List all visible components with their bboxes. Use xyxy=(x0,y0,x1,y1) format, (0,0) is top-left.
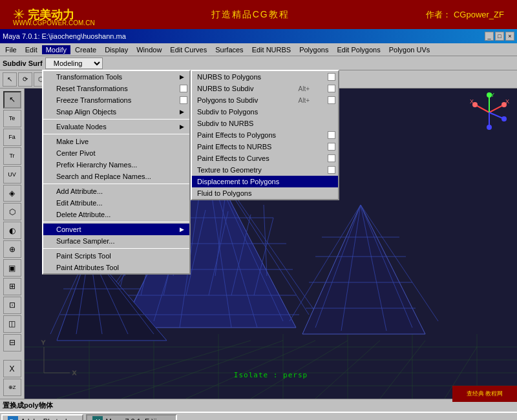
tool-s9[interactable]: ▣ xyxy=(3,259,21,277)
top-banner: ✳ 完美动力 WWW.CGPOWER.COM.CN 打造精品CG教程 作者： C… xyxy=(0,0,517,29)
svg-text:X: X xyxy=(505,98,509,105)
close-button[interactable]: × xyxy=(505,32,514,41)
modeling-dropdown[interactable]: Modeling Animation Rendering xyxy=(45,58,103,69)
menu-create[interactable]: Create xyxy=(71,45,100,54)
submenu-texture-geometry[interactable]: Texture to Geometry xyxy=(192,164,338,176)
menu-prefix-hierarchy[interactable]: Prefix Hierarchy Names... xyxy=(43,159,189,171)
taskbar: Ps Adobe Photoshop M Maya 7.0.1: E:\jiao… xyxy=(0,412,517,420)
submenu-nurbs-polygons[interactable]: NURBS to Polygons xyxy=(192,71,338,83)
menu-window[interactable]: Window xyxy=(132,45,165,54)
tool-s10[interactable]: ⊞ xyxy=(3,278,21,295)
title-bar-text: Maya 7.0.1: E:\jiaocheng\huoshann.ma xyxy=(3,32,126,40)
menu-polygons[interactable]: Polygons xyxy=(295,45,332,54)
tool-arrow[interactable]: ↖ xyxy=(3,91,21,109)
tool-s12[interactable]: ◫ xyxy=(3,315,21,333)
tool-s13[interactable]: ⊟ xyxy=(3,334,21,352)
menu-edit-curves[interactable]: Edit Curves xyxy=(166,45,211,54)
tool-bottom2[interactable]: ⊕Z xyxy=(3,379,21,396)
tool-s1[interactable]: Te xyxy=(3,110,21,127)
taskbar-photoshop-label: Adobe Photoshop xyxy=(21,417,77,420)
menu-edit[interactable]: Edit xyxy=(21,45,41,54)
maximize-button[interactable]: □ xyxy=(495,32,504,41)
tool-s7[interactable]: ◐ xyxy=(3,222,21,239)
menu-paint-scripts[interactable]: Paint Scripts Tool xyxy=(43,250,189,262)
status-text: 置换成poly物体 xyxy=(3,401,53,410)
submenu-polygons-subdiv[interactable]: Polygons to SubdivAlt+ xyxy=(192,94,338,106)
left-sidebar: ↖ Te Fa Tr UV ◈ ⬡ ◐ ⊕ ▣ ⊞ ⊡ ◫ ⊟ X ⊕Z xyxy=(0,89,25,399)
submenu-paintfx-polygons[interactable]: Paint Effects to Polygons xyxy=(192,129,338,141)
menu-paint-attributes[interactable]: Paint Attributes Tool xyxy=(43,262,189,273)
menu-delete-attribute[interactable]: Delete Attribute... xyxy=(43,209,189,220)
menu-bar: File Edit Modify Create Display Window E… xyxy=(0,43,517,56)
menu-polygon-uvs[interactable]: Polygon UVs xyxy=(385,45,434,54)
menu-snap-align[interactable]: Snap Align Objects▶ xyxy=(43,106,189,118)
divider5 xyxy=(43,248,189,249)
tool-s6[interactable]: ⬡ xyxy=(3,203,21,220)
submenu-subdiv-polygons[interactable]: Subdiv to Polygons xyxy=(192,106,338,118)
tool-bottom1[interactable]: X xyxy=(3,360,21,377)
svg-text:Y: Y xyxy=(41,339,45,346)
minimize-button[interactable]: _ xyxy=(485,32,494,41)
axis-indicator: X X Y xyxy=(469,92,511,134)
menu-edit-polygons[interactable]: Edit Polygons xyxy=(333,45,384,54)
menu-modify[interactable]: Modify xyxy=(42,45,70,54)
brand-watermark: 查经典 教程网 xyxy=(452,386,517,402)
tool-lasso[interactable]: ⟳ xyxy=(18,72,32,87)
menu-file[interactable]: File xyxy=(1,45,21,54)
tool-s11[interactable]: ⊡ xyxy=(3,297,21,314)
menu-make-live[interactable]: Make Live xyxy=(43,136,189,147)
taskbar-maya-label: Maya 7.0.1: E:\jiao... xyxy=(105,417,170,420)
modify-menu: Transformation Tools▶ Reset Transformati… xyxy=(42,70,191,275)
svg-point-80 xyxy=(501,116,507,121)
menu-center-pivot[interactable]: Center Pivot xyxy=(43,147,189,159)
tool-s3[interactable]: Tr xyxy=(3,147,21,165)
taskbar-maya[interactable]: M Maya 7.0.1: E:\jiao... xyxy=(86,414,176,420)
menu-freeze-transformations[interactable]: Freeze Transformations xyxy=(43,94,189,106)
submenu-fluid-polygons[interactable]: Fluid to Polygons xyxy=(192,187,338,199)
submenu-displacement-polygons[interactable]: Displacement to Polygons xyxy=(192,176,338,187)
submenu-subdiv-nurbs[interactable]: Subdiv to NURBS xyxy=(192,118,338,129)
status-bar: 置换成poly物体 xyxy=(0,399,517,412)
svg-text:Y: Y xyxy=(491,92,494,98)
banner-website: WWW.CGPOWER.COM.CN xyxy=(13,19,95,26)
tool-s5[interactable]: ◈ xyxy=(3,185,21,202)
submenu-paintfx-nurbs[interactable]: Paint Effects to NURBS xyxy=(192,141,338,152)
svg-text:X: X xyxy=(72,370,76,376)
menu-display[interactable]: Display xyxy=(101,45,132,54)
menu-surface-sampler[interactable]: Surface Sampler... xyxy=(43,235,189,247)
svg-text:X: X xyxy=(470,98,474,105)
tool-select[interactable]: ↖ xyxy=(3,72,17,87)
title-bar: Maya 7.0.1: E:\jiaocheng\huoshann.ma _ □… xyxy=(0,29,517,43)
menu-search-replace[interactable]: Search and Replace Names... xyxy=(43,171,189,182)
menu-reset-transformations[interactable]: Reset Transformations xyxy=(43,83,189,94)
divider2 xyxy=(43,134,189,134)
banner-center-text: 打造精品CG教程 xyxy=(211,9,290,21)
tool-s2[interactable]: Fa xyxy=(3,129,21,146)
divider4 xyxy=(43,222,189,222)
submenu-nurbs-subdiv[interactable]: NURBS to SubdivAlt+ xyxy=(192,83,338,94)
taskbar-photoshop[interactable]: Ps Adobe Photoshop xyxy=(1,414,83,420)
menu-add-attribute[interactable]: Add Attribute... xyxy=(43,185,189,197)
title-bar-controls: _ □ × xyxy=(485,32,514,41)
menu-edit-nurbs[interactable]: Edit NURBS xyxy=(248,45,295,54)
subdiv-label: Subdiv Surf xyxy=(3,59,43,67)
menu-edit-attribute[interactable]: Edit Attribute... xyxy=(43,197,189,209)
tool-s4[interactable]: UV xyxy=(3,166,21,184)
menu-evaluate-nodes[interactable]: Evaluate Nodes▶ xyxy=(43,121,189,132)
divider1 xyxy=(43,119,189,120)
viewport-label: Isolate : persp xyxy=(234,371,308,379)
menu-surfaces[interactable]: Surfaces xyxy=(211,45,247,54)
subdiv-bar: Subdiv Surf Modeling Animation Rendering xyxy=(0,56,517,70)
divider3 xyxy=(43,184,189,184)
submenu-paintfx-curves[interactable]: Paint Effects to Curves xyxy=(192,152,338,164)
menu-convert[interactable]: Convert▶ xyxy=(43,224,189,235)
svg-point-79 xyxy=(487,125,492,130)
tool-s8[interactable]: ⊕ xyxy=(3,240,21,258)
banner-author: 作者： CGpower_ZF xyxy=(426,9,504,21)
menu-transformation-tools[interactable]: Transformation Tools▶ xyxy=(43,71,189,83)
convert-submenu: NURBS to Polygons NURBS to SubdivAlt+ Po… xyxy=(191,70,339,200)
